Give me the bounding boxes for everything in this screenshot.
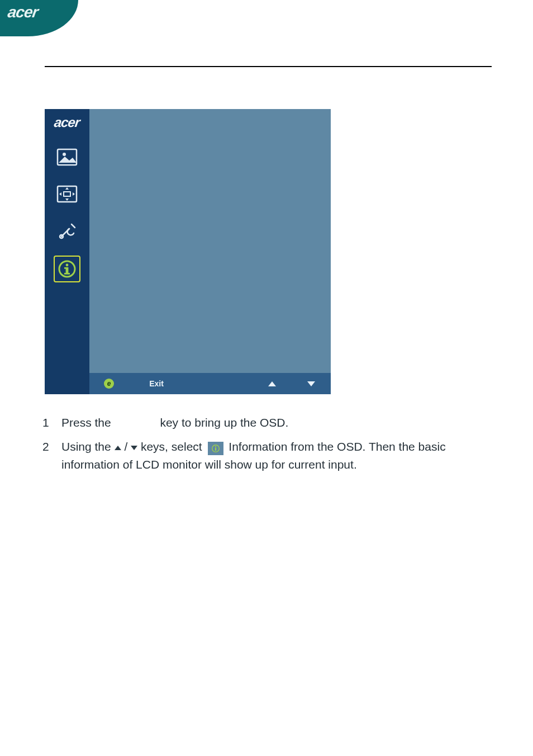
svg-point-11 [215,446,216,447]
step2-text-b: keys, select [141,440,202,453]
step1-text-b: key to bring up the OSD. [160,416,288,429]
tools-icon[interactable] [55,219,79,243]
svg-rect-12 [215,447,216,450]
position-icon[interactable] [55,182,79,206]
step2-slash: / [124,440,127,453]
osd-footer-bar: e Exit [89,373,331,394]
osd-exit-label: Exit [149,379,164,388]
osd-down-button[interactable] [292,381,331,386]
osd-panel: acer [45,109,331,394]
osd-footer-spacer [45,373,89,394]
triangle-down-icon [307,381,315,386]
step2-text-c: Information from the OSD. Then the basic… [61,440,446,471]
instruction-step-1: Press the key to bring up the OSD. [39,414,497,432]
triangle-up-icon [115,446,121,450]
instruction-step-2: Using the / keys, select Information fro… [39,438,497,474]
header-rule [45,66,492,67]
osd-up-button[interactable] [253,381,292,386]
osd-brand-logo: acer [53,115,80,130]
osd-footer: e Exit [45,373,331,394]
instruction-list: Press the key to bring up the OSD. Using… [39,414,497,480]
osd-sidebar: acer [45,109,89,373]
triangle-up-icon [268,381,276,386]
triangle-down-icon [131,446,137,450]
info-icon [208,442,223,455]
brand-logo: acer [7,3,39,21]
step1-text-a: Press the [61,416,111,429]
osd-body: acer [45,109,331,373]
e-badge-icon: e [104,379,114,389]
picture-icon[interactable] [55,145,79,169]
svg-point-6 [66,264,69,267]
svg-rect-8 [64,273,70,275]
osd-content-area [89,109,331,373]
info-icon[interactable] [54,256,80,282]
osd-exit-button[interactable]: Exit [129,379,184,388]
osd-e-button[interactable]: e [89,379,129,389]
svg-rect-9 [64,267,67,269]
svg-point-1 [63,153,66,156]
svg-rect-3 [64,192,70,196]
brand-corner: acer [0,0,78,36]
manual-page: acer acer [0,0,533,756]
step2-text-a: Using the [61,440,111,453]
